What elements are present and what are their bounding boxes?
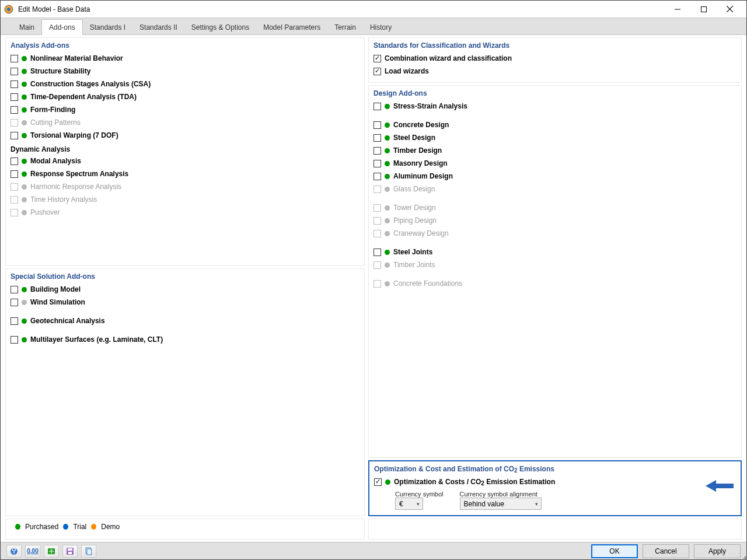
status-dot-icon: [22, 82, 27, 87]
addon-row[interactable]: Structure Stability: [11, 65, 359, 78]
addon-row[interactable]: Response Spectrum Analysis: [11, 167, 359, 180]
checkbox: [374, 261, 381, 269]
tab-standards-i[interactable]: Standards I: [83, 20, 132, 34]
addon-label: Response Spectrum Analysis: [30, 170, 128, 178]
status-dot-icon: [22, 210, 27, 215]
addon-label: Modal Analysis: [30, 157, 81, 165]
currency-select[interactable]: € ▾: [395, 498, 423, 510]
checkbox[interactable]: [11, 336, 18, 344]
resize-grip-icon[interactable]: ◢: [743, 555, 745, 558]
checkbox[interactable]: [11, 158, 18, 165]
checkbox[interactable]: [374, 103, 381, 110]
panel-title: Optimization & Cost and Estimation of CO…: [374, 464, 736, 475]
content-area: Analysis Add-ons Nonlinear Material Beha…: [1, 35, 746, 542]
checkbox[interactable]: [11, 55, 18, 62]
checkbox[interactable]: [374, 173, 381, 180]
addon-row[interactable]: Wind Simulation: [11, 296, 359, 309]
addon-row[interactable]: Load wizards: [374, 65, 736, 78]
status-dot-icon: [22, 287, 27, 292]
status-dot-icon: [22, 172, 27, 177]
alignment-select[interactable]: Behind value ▾: [460, 498, 542, 510]
addon-row[interactable]: Geotechnical Analysis: [11, 314, 359, 327]
status-dot-icon: [22, 120, 27, 125]
addon-row[interactable]: Torsional Warping (7 DOF): [11, 129, 359, 142]
addon-row[interactable]: Steel Joints: [374, 246, 736, 258]
chevron-down-icon: ▾: [535, 501, 538, 507]
field-label: Currency symbol: [395, 491, 444, 498]
checkbox[interactable]: [11, 317, 18, 325]
tab-standards-ii[interactable]: Standards II: [132, 20, 184, 34]
addon-row[interactable]: Timber Design: [374, 144, 736, 157]
ok-button[interactable]: OK: [591, 544, 638, 558]
addon-row[interactable]: Building Model: [11, 283, 359, 296]
svg-rect-12: [68, 548, 72, 551]
help-button[interactable]: [6, 545, 22, 558]
checkbox: [374, 217, 381, 225]
status-dot-icon: [22, 318, 27, 324]
addon-row[interactable]: Form-Finding: [11, 103, 359, 116]
dialog-window: Edit Model - Base Data MainAdd-onsStanda…: [0, 0, 747, 560]
checkbox: [11, 196, 18, 204]
addon-row[interactable]: Nonlinear Material Behavior: [11, 52, 359, 65]
units-button[interactable]: 0,00: [25, 545, 40, 558]
legend-dot-purchased: [15, 524, 20, 530]
checkbox[interactable]: [374, 147, 381, 155]
checkbox[interactable]: [11, 286, 18, 293]
checkbox[interactable]: [11, 106, 18, 114]
tab-terrain[interactable]: Terrain: [327, 20, 363, 34]
checkbox[interactable]: [374, 55, 381, 62]
addon-row[interactable]: Modal Analysis: [11, 155, 359, 167]
left-column: Analysis Add-ons Nonlinear Material Beha…: [5, 37, 365, 540]
addon-label: Construction Stages Analysis (CSA): [30, 80, 151, 88]
addon-label: Stress-Strain Analysis: [393, 102, 467, 110]
addon-label: Multilayer Surfaces (e.g. Laminate, CLT): [30, 335, 163, 344]
addon-row: Glass Design: [374, 183, 736, 195]
addon-label: Nonlinear Material Behavior: [30, 54, 123, 62]
checkbox[interactable]: [11, 93, 18, 101]
apply-button[interactable]: Apply: [694, 544, 741, 558]
addon-row: Harmonic Response Analysis: [11, 180, 359, 193]
addon-row[interactable]: Steel Design: [374, 131, 736, 144]
checkbox[interactable]: [11, 132, 18, 139]
svg-point-7: [11, 548, 18, 555]
addon-row[interactable]: Stress-Strain Analysis: [374, 100, 736, 113]
addon-row-optimization[interactable]: Optimization & Costs / CO2 Emission Esti…: [374, 475, 736, 488]
addon-row[interactable]: Masonry Design: [374, 157, 736, 170]
svg-rect-3: [701, 6, 706, 12]
addon-row[interactable]: Aluminum Design: [374, 170, 736, 183]
tab-settings-options[interactable]: Settings & Options: [184, 20, 256, 34]
checkbox[interactable]: [374, 121, 381, 129]
checkbox[interactable]: [374, 478, 382, 486]
minimize-button[interactable]: [664, 1, 690, 18]
addon-row[interactable]: Concrete Design: [374, 118, 736, 131]
checkbox[interactable]: [374, 160, 381, 167]
status-dot-icon: [385, 281, 390, 286]
checkbox[interactable]: [374, 249, 381, 256]
panel-title: Special Solution Add-ons: [11, 271, 359, 283]
maximize-button[interactable]: [690, 1, 717, 18]
svg-rect-9: [13, 551, 14, 554]
addon-label: Cutting Patterns: [30, 118, 81, 127]
close-button[interactable]: [717, 1, 743, 18]
checkbox[interactable]: [11, 299, 18, 306]
addon-row[interactable]: Combination wizard and classification: [374, 52, 736, 65]
e2h-button[interactable]: [44, 545, 59, 558]
tab-main[interactable]: Main: [12, 20, 41, 34]
tab-add-ons[interactable]: Add-ons: [41, 19, 83, 35]
checkbox[interactable]: [11, 170, 18, 178]
tab-history[interactable]: History: [363, 20, 399, 34]
addon-row[interactable]: Construction Stages Analysis (CSA): [11, 78, 359, 90]
addon-row[interactable]: Multilayer Surfaces (e.g. Laminate, CLT): [11, 333, 359, 346]
copy-button[interactable]: [81, 545, 96, 558]
addon-label: Building Model: [30, 285, 81, 293]
cancel-button[interactable]: Cancel: [643, 544, 689, 558]
status-dot-icon: [385, 218, 390, 223]
addon-row[interactable]: Time-Dependent Analysis (TDA): [11, 90, 359, 103]
checkbox[interactable]: [11, 80, 18, 88]
tab-model-parameters[interactable]: Model Parameters: [256, 20, 327, 34]
save-button[interactable]: [62, 545, 78, 558]
checkbox[interactable]: [11, 68, 18, 75]
addon-row: Piping Design: [374, 214, 736, 227]
checkbox[interactable]: [374, 68, 381, 75]
checkbox[interactable]: [374, 134, 381, 142]
